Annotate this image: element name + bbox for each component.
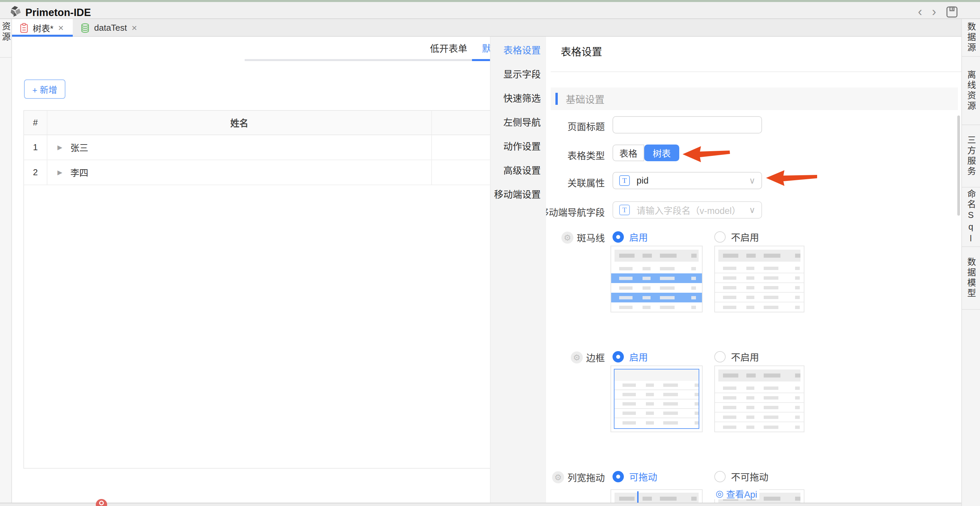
row-name: 李四 xyxy=(70,166,89,179)
tab-label: dataTest xyxy=(94,23,127,33)
menu-item-left-nav[interactable]: 左侧导航 xyxy=(491,111,546,135)
preview-row xyxy=(715,383,804,393)
zebra-label-text: 斑马线 xyxy=(577,231,605,244)
column-drag-label-text: 列宽拖动 xyxy=(568,471,605,484)
zebra-radio-off[interactable]: 不启用 xyxy=(714,231,759,243)
left-rail-item-resources[interactable]: 资源 xyxy=(0,19,11,58)
primeton-ide-window: Primeton-IDE ‹ › 资源 数据源 离线资源 三方服务 命名Sql … xyxy=(0,0,980,506)
relation-attr-label: 关联属性 xyxy=(568,176,605,189)
expand-caret-icon[interactable]: ▶ xyxy=(57,143,62,151)
zebra-preview-enabled[interactable] xyxy=(611,246,703,312)
preview-row xyxy=(614,399,698,409)
right-rail-label: 数据源 xyxy=(965,22,977,53)
database-icon xyxy=(81,23,89,33)
add-button[interactable]: + 新增 xyxy=(24,80,65,99)
radio-unselected-icon xyxy=(714,231,725,243)
save-icon[interactable] xyxy=(946,6,958,18)
right-rail-item-offline-resources[interactable]: 离线资源 xyxy=(962,57,980,125)
page-title-input[interactable] xyxy=(612,116,762,134)
table-row[interactable]: 1 ▶ 张三 xyxy=(24,135,491,160)
nav-forward-button[interactable]: › xyxy=(932,5,936,18)
radio-label: 不可拖动 xyxy=(731,470,768,483)
left-rail: 资源 xyxy=(0,19,12,503)
menu-item-action-settings[interactable]: 动作设置 xyxy=(491,135,546,159)
preview-row xyxy=(715,302,804,312)
preview-table-header xyxy=(718,369,800,382)
panel-title: 表格设置 xyxy=(561,43,602,59)
radio-label: 启用 xyxy=(629,230,648,243)
editor-tabstrip: 树表* × dataTest × xyxy=(12,19,961,37)
tab-datatest[interactable]: dataTest × xyxy=(73,19,146,37)
menu-item-display-fields[interactable]: 显示字段 xyxy=(491,63,546,87)
tree-table: # 姓名 1 ▶ 张三 2 ▶ 李四 xyxy=(23,110,490,469)
right-rail-item-data-model[interactable]: 数据模型 xyxy=(962,247,980,310)
table-type-option-tree[interactable]: 树表 xyxy=(644,145,679,161)
mobile-nav-field-label: 移动端导航字段 xyxy=(546,205,605,219)
column-header-index: # xyxy=(24,111,48,135)
page-title-label: 页面标题 xyxy=(568,119,605,133)
column-drag-radio-off[interactable]: 不可拖动 xyxy=(714,471,768,483)
field-type-icon: T xyxy=(619,205,630,215)
row-extra-cell xyxy=(432,135,491,159)
menu-item-quick-filter[interactable]: 快速筛选 xyxy=(491,87,546,111)
preview-row-zebra xyxy=(611,293,702,302)
section-title: 基础设置 xyxy=(566,92,605,106)
gear-icon[interactable]: ⚙ xyxy=(562,232,573,243)
menu-item-advanced-settings[interactable]: 高级设置 xyxy=(491,159,546,183)
right-rail-item-third-party-services[interactable]: 三方服务 xyxy=(962,125,980,188)
border-preview-disabled[interactable] xyxy=(714,366,804,432)
column-header-name: 姓名 xyxy=(48,111,432,135)
active-tab-underline xyxy=(12,35,73,37)
preview-row xyxy=(715,293,804,302)
border-preview-enabled[interactable] xyxy=(611,366,703,432)
mobile-nav-field-select[interactable]: T 请输入字段名（v-model） ∨ xyxy=(612,201,762,219)
border-label: ⚙ 边框 xyxy=(571,351,605,364)
gear-icon[interactable]: ⚙ xyxy=(571,352,583,363)
zebra-preview-disabled[interactable] xyxy=(714,246,804,312)
table-type-option-table[interactable]: 表格 xyxy=(612,145,644,161)
right-rail-item-named-sql[interactable]: 命名Sql xyxy=(962,188,980,247)
panel-scrollbar[interactable] xyxy=(957,116,960,216)
section-accent-bar xyxy=(555,93,558,105)
right-rail-item-datasource[interactable]: 数据源 xyxy=(962,19,980,57)
table-row[interactable]: 2 ▶ 李四 xyxy=(24,160,491,185)
right-rail-label: 数据模型 xyxy=(965,257,977,299)
subtab-low-code-form[interactable]: 低开表单 xyxy=(429,41,469,57)
nav-back-button[interactable]: ‹ xyxy=(918,5,922,18)
error-badge[interactable] xyxy=(96,499,107,506)
row-name-cell: ▶ 李四 xyxy=(48,160,432,185)
preview-border-box xyxy=(614,369,699,429)
row-index: 2 xyxy=(24,160,48,185)
menu-item-table-settings[interactable]: 表格设置 xyxy=(491,39,546,63)
close-icon[interactable]: × xyxy=(132,23,137,33)
table-type-label: 表格类型 xyxy=(568,148,605,162)
expand-caret-icon[interactable]: ▶ xyxy=(57,169,62,176)
row-index: 1 xyxy=(24,135,48,159)
column-drag-radio-on[interactable]: 可拖动 xyxy=(612,471,657,483)
right-rail-label: 三方服务 xyxy=(965,135,977,177)
settings-menu: 表格设置 显示字段 快速筛选 左侧导航 动作设置 高级设置 移动端设置 xyxy=(490,37,546,503)
app-logo-icon xyxy=(10,5,23,18)
view-api-label: 查看Api xyxy=(726,487,757,500)
preview-table-header xyxy=(614,493,698,503)
zebra-radio-on[interactable]: 启用 xyxy=(612,231,648,243)
radio-label: 不启用 xyxy=(731,350,759,363)
preview-row xyxy=(715,274,804,283)
border-radio-off[interactable]: 不启用 xyxy=(714,351,759,363)
view-api-link[interactable]: ◎ 查看Api xyxy=(714,488,759,499)
close-icon[interactable]: × xyxy=(58,23,64,33)
gear-icon[interactable]: ⚙ xyxy=(552,471,564,483)
drag-indicator-line xyxy=(637,491,638,503)
tab-tree-table[interactable]: 树表* × xyxy=(12,19,73,37)
column-drag-preview-enabled[interactable] xyxy=(611,489,703,503)
preview-row xyxy=(715,403,804,412)
preview-table-header xyxy=(614,250,698,262)
titlebar: Primeton-IDE ‹ › xyxy=(0,2,980,19)
menu-item-mobile-settings[interactable]: 移动端设置 xyxy=(491,183,546,207)
relation-attr-select[interactable]: T pid ∨ xyxy=(612,172,762,189)
border-radio-on[interactable]: 启用 xyxy=(612,351,648,363)
radio-unselected-icon xyxy=(714,351,725,363)
right-rail: 数据源 离线资源 三方服务 命名Sql 数据模型 xyxy=(961,19,980,506)
preview-row xyxy=(715,393,804,403)
preview-row-zebra xyxy=(611,274,702,283)
